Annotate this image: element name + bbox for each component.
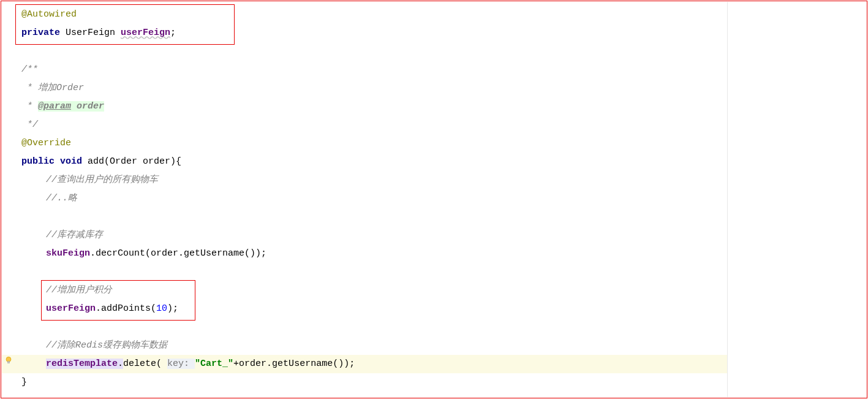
code-line[interactable]: skuFeign.decrCount(order.getUsername()); [2, 245, 727, 263]
field-userfeign-call: userFeign [46, 303, 96, 314]
method-signature: add(Order order){ [82, 156, 181, 167]
doc-close: */ [21, 120, 38, 130]
method-delete: delete [123, 359, 156, 369]
comment-query-cart: //查询出用户的所有购物车 [46, 175, 158, 185]
doc-comment-line[interactable]: * @param order [2, 97, 727, 116]
comment-points: //增加用户积分 [46, 285, 112, 295]
blank-line[interactable] [2, 318, 727, 336]
blank-line[interactable] [2, 263, 727, 281]
dot: . [118, 359, 123, 369]
code-editor[interactable]: @Autowired private UserFeign userFeign; … [2, 2, 728, 397]
code-line[interactable]: //查询出用户的所有购物车 [2, 171, 727, 189]
doc-param-name: order [77, 101, 104, 112]
space [55, 156, 60, 167]
intention-bulb-icon[interactable] [4, 356, 13, 365]
field-skufeign: skuFeign [46, 248, 90, 259]
code-line[interactable]: } [2, 373, 727, 392]
code-line[interactable]: @Override [2, 134, 727, 153]
field-redistemplate: redisTemplate [46, 359, 118, 369]
doc-text: * 增加Order [21, 83, 84, 93]
comment-redis: //清除Redis缓存购物车数据 [46, 340, 167, 351]
doc-tag-param: @param [38, 101, 71, 112]
call-decrcount: .decrCount(order.getUsername()); [90, 248, 266, 259]
code-line[interactable]: public void add(Order order){ [2, 153, 727, 171]
code-line[interactable]: //..略 [2, 189, 727, 208]
code-line[interactable]: private UserFeign userFeign; [2, 24, 727, 42]
field-userfeign: userFeign [121, 28, 170, 38]
code-line[interactable]: userFeign.addPoints(10); [2, 300, 727, 318]
call-addpoints: .addPoints( [96, 303, 156, 314]
string-cart: "Cart_" [195, 359, 233, 369]
keyword-private: private [21, 28, 60, 38]
brace-close: } [21, 377, 27, 387]
blank-line[interactable] [2, 42, 727, 61]
paren-open: ( [156, 359, 167, 369]
doc-space [71, 101, 77, 112]
doc-comment-line[interactable]: */ [2, 116, 727, 134]
call-end: ); [167, 303, 178, 314]
type-userfeign: UserFeign [60, 28, 121, 38]
number-10: 10 [156, 303, 167, 314]
comment-stock: //库存减库存 [46, 230, 103, 240]
blank-line[interactable] [2, 208, 727, 226]
keyword-void: void [60, 156, 82, 167]
annotation-autowired: @Autowired [21, 9, 77, 20]
call-rest: +order.getUsername()); [233, 359, 355, 369]
code-line[interactable]: @Autowired [2, 6, 727, 24]
code-line[interactable]: //增加用户积分 [2, 281, 727, 300]
semicolon: ; [170, 28, 176, 38]
doc-comment-line[interactable]: * 增加Order [2, 79, 727, 97]
code-line[interactable]: //库存减库存 [2, 226, 727, 245]
code-line-caret[interactable]: redisTemplate.delete( key: "Cart_"+order… [2, 355, 727, 373]
svg-point-0 [6, 357, 11, 362]
param-hint-key: key: [167, 359, 195, 369]
comment-omitted: //..略 [46, 193, 77, 203]
doc-comment-line[interactable]: /** [2, 61, 727, 79]
keyword-public: public [21, 156, 55, 167]
code-line[interactable]: //清除Redis缓存购物车数据 [2, 336, 727, 355]
doc-open: /** [21, 64, 38, 75]
annotation-override: @Override [21, 138, 71, 148]
doc-star: * [21, 101, 38, 112]
